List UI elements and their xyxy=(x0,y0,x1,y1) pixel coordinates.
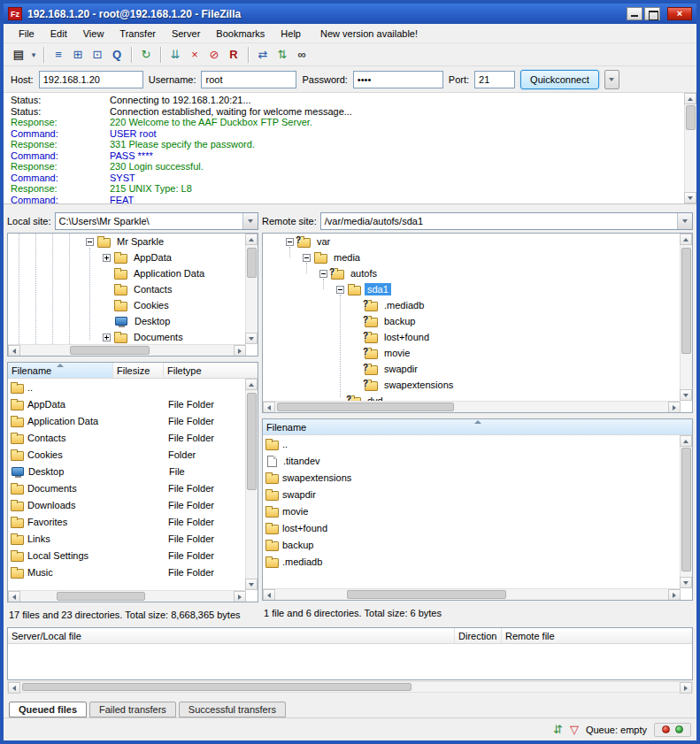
tree-item[interactable]: Contacts xyxy=(8,281,245,297)
column-header-server-local-file[interactable]: Server/Local file xyxy=(8,628,455,643)
password-input[interactable] xyxy=(353,71,443,88)
file-row[interactable]: LinksFile Folder xyxy=(8,530,245,547)
local-tree-vscrollbar[interactable] xyxy=(245,234,258,344)
collapse-icon[interactable] xyxy=(303,254,311,262)
scroll-left-icon[interactable] xyxy=(8,682,20,694)
file-row[interactable]: .mediadb xyxy=(263,553,680,570)
scroll-thumb[interactable] xyxy=(681,248,691,354)
tree-item[interactable]: .mediadb xyxy=(263,297,680,313)
file-row[interactable]: lost+found xyxy=(263,519,680,536)
close-button[interactable]: × xyxy=(667,7,692,20)
remote-tree-hscrollbar[interactable] xyxy=(263,401,681,412)
site-manager-button[interactable]: ▤ xyxy=(9,46,28,64)
scroll-right-icon[interactable] xyxy=(234,591,246,602)
local-list-hscrollbar[interactable] xyxy=(8,590,246,602)
file-row[interactable]: swapextensions xyxy=(263,469,680,486)
tree-item[interactable]: Application Data xyxy=(8,265,245,281)
scroll-right-icon[interactable] xyxy=(680,682,692,694)
local-site-combo[interactable]: C:\Users\Mr Sparkle\ xyxy=(55,212,258,230)
collapse-icon[interactable] xyxy=(336,286,344,294)
tree-item[interactable]: autofs xyxy=(263,265,680,281)
file-row[interactable]: ContactsFile Folder xyxy=(8,429,245,446)
scroll-left-icon[interactable] xyxy=(263,589,275,601)
tab-queued-files[interactable]: Queued files xyxy=(9,702,87,717)
scroll-down-icon[interactable] xyxy=(245,579,258,590)
quickconnect-dropdown[interactable] xyxy=(604,70,619,89)
scroll-thumb[interactable] xyxy=(681,448,691,571)
tree-item[interactable]: swapextensions xyxy=(263,377,680,393)
file-row[interactable]: .. xyxy=(8,379,245,395)
file-row[interactable]: movie xyxy=(263,502,680,519)
titlebar[interactable]: Fz 192.168.1.20 - root@192.168.1.20 - Fi… xyxy=(4,4,696,24)
file-row[interactable]: DownloadsFile Folder xyxy=(8,496,245,513)
scroll-up-icon[interactable] xyxy=(684,93,696,104)
scroll-left-icon[interactable] xyxy=(8,591,20,602)
tree-item[interactable]: AppData xyxy=(8,249,245,265)
file-row[interactable]: MusicFile Folder xyxy=(8,564,245,580)
toggle-local-tree-button[interactable]: ⊞ xyxy=(68,46,88,64)
username-input[interactable] xyxy=(201,71,296,88)
file-row[interactable]: backup xyxy=(263,536,680,553)
scroll-up-icon[interactable] xyxy=(245,379,258,390)
tree-item[interactable]: Desktop xyxy=(8,313,245,329)
file-row[interactable]: Local SettingsFile Folder xyxy=(8,547,245,564)
disconnect-button[interactable]: ⊘ xyxy=(204,46,224,64)
tree-item[interactable]: media xyxy=(263,249,680,265)
minimize-button[interactable] xyxy=(627,7,642,20)
filter-icon[interactable]: ▽ xyxy=(570,723,579,736)
menu-bookmarks[interactable]: Bookmarks xyxy=(208,26,273,42)
scroll-thumb[interactable] xyxy=(247,248,257,278)
tree-item[interactable]: dvd xyxy=(263,393,680,401)
column-header-filename[interactable]: Filename xyxy=(263,419,692,434)
column-header-filename[interactable]: Filename xyxy=(8,363,113,378)
menu-help[interactable]: Help xyxy=(273,26,309,42)
toggle-queue-button[interactable]: Q xyxy=(107,46,127,64)
remote-tree-vscrollbar[interactable] xyxy=(680,234,692,401)
toggle-log-button[interactable]: ≡ xyxy=(49,46,68,64)
tree-item[interactable]: swapdir xyxy=(263,361,680,377)
maximize-button[interactable] xyxy=(644,7,660,20)
menu-server[interactable]: Server xyxy=(164,26,208,42)
scroll-thumb[interactable] xyxy=(277,403,454,411)
scroll-thumb[interactable] xyxy=(247,393,257,490)
file-row[interactable]: .titandev xyxy=(263,452,680,469)
scroll-thumb[interactable] xyxy=(347,590,506,599)
scroll-thumb[interactable] xyxy=(686,105,696,130)
menu-edit[interactable]: Edit xyxy=(42,26,75,42)
menu-file[interactable]: File xyxy=(11,26,42,42)
local-list-vscrollbar[interactable] xyxy=(245,379,258,590)
file-row[interactable]: AppDataFile Folder xyxy=(8,395,245,412)
file-row[interactable]: Application DataFile Folder xyxy=(8,412,245,429)
column-header-filesize[interactable]: Filesize xyxy=(113,363,164,378)
file-row[interactable]: swapdir xyxy=(263,486,680,502)
toggle-remote-tree-button[interactable]: ⊡ xyxy=(88,46,107,64)
file-row[interactable]: DocumentsFile Folder xyxy=(8,479,245,496)
queue-hscrollbar[interactable] xyxy=(7,681,693,693)
scroll-down-icon[interactable] xyxy=(245,333,258,344)
scroll-left-icon[interactable] xyxy=(8,345,20,357)
quickconnect-button[interactable]: Quickconnect xyxy=(520,70,599,89)
scroll-right-icon[interactable] xyxy=(668,589,681,601)
scroll-thumb[interactable] xyxy=(57,592,145,601)
expand-icon[interactable] xyxy=(103,334,111,341)
log-scrollbar[interactable] xyxy=(684,93,696,203)
scroll-down-icon[interactable] xyxy=(680,577,692,588)
scroll-right-icon[interactable] xyxy=(668,402,681,413)
compare-button[interactable]: ⇄ xyxy=(253,46,273,64)
local-tree-hscrollbar[interactable] xyxy=(8,344,246,356)
scroll-right-icon[interactable] xyxy=(234,345,246,357)
tree-item-selected[interactable]: sda1 xyxy=(263,281,680,297)
menu-new-version[interactable]: New version available! xyxy=(312,26,426,42)
cancel-button[interactable]: × xyxy=(185,46,204,64)
chevron-down-icon[interactable] xyxy=(242,213,258,229)
refresh-button[interactable]: ↻ xyxy=(136,46,156,64)
scroll-thumb[interactable] xyxy=(70,346,150,355)
file-row[interactable]: FavoritesFile Folder xyxy=(8,513,245,530)
column-header-remote-file[interactable]: Remote file xyxy=(502,628,692,643)
tree-item[interactable]: movie xyxy=(263,345,680,361)
remote-site-combo[interactable]: /var/media/autofs/sda1 xyxy=(320,212,693,230)
menu-transfer[interactable]: Transfer xyxy=(112,26,164,42)
remote-list-hscrollbar[interactable] xyxy=(263,588,681,600)
file-row[interactable]: DesktopFile xyxy=(8,463,245,479)
scroll-down-icon[interactable] xyxy=(684,192,696,203)
